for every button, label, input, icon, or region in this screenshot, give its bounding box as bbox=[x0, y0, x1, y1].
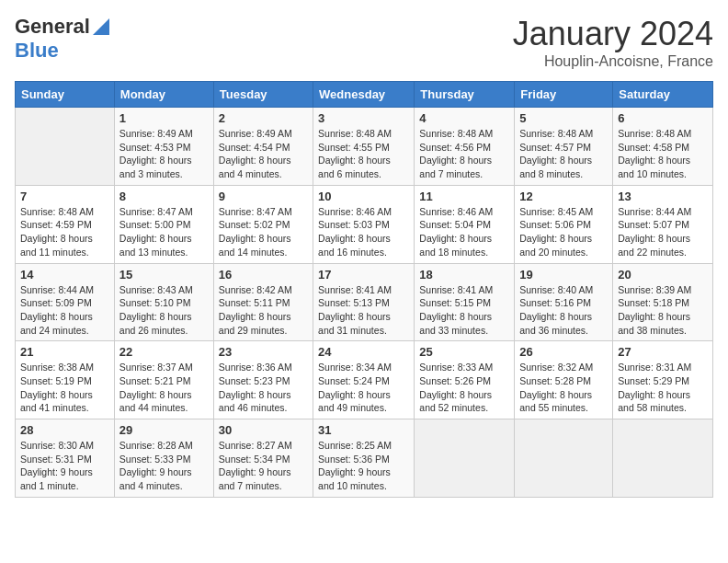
day-info: Sunrise: 8:46 AM Sunset: 5:03 PM Dayligh… bbox=[318, 205, 409, 259]
calendar-cell bbox=[16, 108, 115, 186]
day-info: Sunrise: 8:37 AM Sunset: 5:21 PM Dayligh… bbox=[119, 361, 209, 415]
calendar-cell: 26Sunrise: 8:32 AM Sunset: 5:28 PM Dayli… bbox=[515, 341, 613, 419]
svg-marker-0 bbox=[93, 18, 109, 35]
calendar-cell: 30Sunrise: 8:27 AM Sunset: 5:34 PM Dayli… bbox=[213, 419, 313, 498]
calendar-cell: 29Sunrise: 8:28 AM Sunset: 5:33 PM Dayli… bbox=[114, 419, 213, 498]
day-info: Sunrise: 8:49 AM Sunset: 4:54 PM Dayligh… bbox=[219, 127, 308, 181]
day-number: 19 bbox=[519, 268, 608, 282]
calendar-cell: 28Sunrise: 8:30 AM Sunset: 5:31 PM Dayli… bbox=[16, 419, 115, 498]
day-info: Sunrise: 8:48 AM Sunset: 4:55 PM Dayligh… bbox=[318, 127, 409, 181]
day-info: Sunrise: 8:32 AM Sunset: 5:28 PM Dayligh… bbox=[519, 361, 608, 415]
day-header-monday: Monday bbox=[114, 82, 213, 108]
day-number: 1 bbox=[119, 111, 209, 125]
day-header-wednesday: Wednesday bbox=[313, 82, 415, 108]
calendar-cell: 16Sunrise: 8:42 AM Sunset: 5:11 PM Dayli… bbox=[213, 263, 313, 341]
calendar-cell: 24Sunrise: 8:34 AM Sunset: 5:24 PM Dayli… bbox=[313, 341, 415, 419]
day-number: 11 bbox=[419, 190, 509, 203]
day-number: 29 bbox=[119, 423, 209, 437]
day-number: 26 bbox=[519, 345, 608, 359]
calendar-cell: 15Sunrise: 8:43 AM Sunset: 5:10 PM Dayli… bbox=[114, 263, 213, 341]
day-info: Sunrise: 8:30 AM Sunset: 5:31 PM Dayligh… bbox=[20, 439, 109, 493]
day-info: Sunrise: 8:45 AM Sunset: 5:06 PM Dayligh… bbox=[519, 205, 608, 259]
header-row: SundayMondayTuesdayWednesdayThursdayFrid… bbox=[16, 82, 713, 108]
day-header-sunday: Sunday bbox=[16, 82, 115, 108]
day-info: Sunrise: 8:25 AM Sunset: 5:36 PM Dayligh… bbox=[318, 439, 409, 493]
day-info: Sunrise: 8:48 AM Sunset: 4:57 PM Dayligh… bbox=[519, 127, 608, 181]
day-info: Sunrise: 8:28 AM Sunset: 5:33 PM Dayligh… bbox=[119, 439, 209, 493]
day-info: Sunrise: 8:44 AM Sunset: 5:09 PM Dayligh… bbox=[20, 283, 109, 338]
day-number: 27 bbox=[618, 345, 708, 359]
calendar-cell bbox=[613, 419, 713, 498]
logo-general-text: General bbox=[15, 15, 90, 39]
calendar-cell: 2Sunrise: 8:49 AM Sunset: 4:54 PM Daylig… bbox=[213, 108, 313, 186]
calendar-header: SundayMondayTuesdayWednesdayThursdayFrid… bbox=[16, 82, 713, 108]
day-info: Sunrise: 8:39 AM Sunset: 5:18 PM Dayligh… bbox=[618, 283, 708, 338]
calendar-cell: 7Sunrise: 8:48 AM Sunset: 4:59 PM Daylig… bbox=[16, 185, 115, 263]
day-info: Sunrise: 8:47 AM Sunset: 5:02 PM Dayligh… bbox=[219, 205, 308, 259]
logo-arrow-icon bbox=[93, 18, 109, 39]
day-info: Sunrise: 8:42 AM Sunset: 5:11 PM Dayligh… bbox=[219, 283, 308, 338]
day-header-thursday: Thursday bbox=[415, 82, 515, 108]
day-number: 10 bbox=[318, 190, 409, 203]
title-block: January 2024 Houplin-Ancoisne, France bbox=[513, 15, 713, 70]
day-info: Sunrise: 8:44 AM Sunset: 5:07 PM Dayligh… bbox=[618, 205, 708, 259]
calendar-cell bbox=[415, 419, 515, 498]
day-info: Sunrise: 8:31 AM Sunset: 5:29 PM Dayligh… bbox=[618, 361, 708, 415]
calendar-cell: 5Sunrise: 8:48 AM Sunset: 4:57 PM Daylig… bbox=[515, 108, 613, 186]
day-number: 8 bbox=[119, 190, 209, 203]
day-number: 12 bbox=[519, 190, 608, 203]
logo-blue-text: Blue bbox=[15, 39, 59, 62]
day-number: 23 bbox=[219, 345, 308, 359]
day-info: Sunrise: 8:38 AM Sunset: 5:19 PM Dayligh… bbox=[20, 361, 109, 415]
calendar-cell: 20Sunrise: 8:39 AM Sunset: 5:18 PM Dayli… bbox=[613, 263, 713, 341]
week-row-3: 14Sunrise: 8:44 AM Sunset: 5:09 PM Dayli… bbox=[16, 263, 713, 341]
day-number: 17 bbox=[318, 268, 409, 282]
day-number: 25 bbox=[419, 345, 509, 359]
day-info: Sunrise: 8:36 AM Sunset: 5:23 PM Dayligh… bbox=[219, 361, 308, 415]
calendar-cell: 17Sunrise: 8:41 AM Sunset: 5:13 PM Dayli… bbox=[313, 263, 415, 341]
week-row-1: 1Sunrise: 8:49 AM Sunset: 4:53 PM Daylig… bbox=[16, 108, 713, 186]
calendar-cell bbox=[515, 419, 613, 498]
calendar-cell: 10Sunrise: 8:46 AM Sunset: 5:03 PM Dayli… bbox=[313, 185, 415, 263]
day-info: Sunrise: 8:33 AM Sunset: 5:26 PM Dayligh… bbox=[419, 361, 509, 415]
day-number: 5 bbox=[519, 111, 608, 125]
day-number: 21 bbox=[20, 345, 109, 359]
day-info: Sunrise: 8:34 AM Sunset: 5:24 PM Dayligh… bbox=[318, 361, 409, 415]
calendar-cell: 23Sunrise: 8:36 AM Sunset: 5:23 PM Dayli… bbox=[213, 341, 313, 419]
logo: General Blue bbox=[15, 15, 109, 63]
day-number: 3 bbox=[318, 111, 409, 125]
day-header-tuesday: Tuesday bbox=[213, 82, 313, 108]
day-number: 6 bbox=[618, 111, 708, 125]
day-number: 7 bbox=[20, 190, 109, 203]
calendar-cell: 31Sunrise: 8:25 AM Sunset: 5:36 PM Dayli… bbox=[313, 419, 415, 498]
calendar-cell: 8Sunrise: 8:47 AM Sunset: 5:00 PM Daylig… bbox=[114, 185, 213, 263]
day-number: 4 bbox=[419, 111, 509, 125]
calendar-cell: 19Sunrise: 8:40 AM Sunset: 5:16 PM Dayli… bbox=[515, 263, 613, 341]
day-number: 16 bbox=[219, 268, 308, 282]
day-number: 31 bbox=[318, 423, 409, 437]
calendar-cell: 14Sunrise: 8:44 AM Sunset: 5:09 PM Dayli… bbox=[16, 263, 115, 341]
calendar-cell: 3Sunrise: 8:48 AM Sunset: 4:55 PM Daylig… bbox=[313, 108, 415, 186]
day-number: 15 bbox=[119, 268, 209, 282]
day-info: Sunrise: 8:41 AM Sunset: 5:15 PM Dayligh… bbox=[419, 283, 509, 338]
calendar-body: 1Sunrise: 8:49 AM Sunset: 4:53 PM Daylig… bbox=[16, 108, 713, 498]
calendar-cell: 6Sunrise: 8:48 AM Sunset: 4:58 PM Daylig… bbox=[613, 108, 713, 186]
day-info: Sunrise: 8:48 AM Sunset: 4:56 PM Dayligh… bbox=[419, 127, 509, 181]
day-header-friday: Friday bbox=[515, 82, 613, 108]
day-number: 9 bbox=[219, 190, 308, 203]
day-info: Sunrise: 8:48 AM Sunset: 4:59 PM Dayligh… bbox=[20, 205, 109, 259]
calendar-cell: 18Sunrise: 8:41 AM Sunset: 5:15 PM Dayli… bbox=[415, 263, 515, 341]
day-number: 2 bbox=[219, 111, 308, 125]
location: Houplin-Ancoisne, France bbox=[513, 53, 713, 70]
day-info: Sunrise: 8:48 AM Sunset: 4:58 PM Dayligh… bbox=[618, 127, 708, 181]
day-info: Sunrise: 8:49 AM Sunset: 4:53 PM Dayligh… bbox=[119, 127, 209, 181]
day-info: Sunrise: 8:43 AM Sunset: 5:10 PM Dayligh… bbox=[119, 283, 209, 338]
page-header: General Blue January 2024 Houplin-Ancois… bbox=[15, 15, 713, 70]
calendar-cell: 1Sunrise: 8:49 AM Sunset: 4:53 PM Daylig… bbox=[114, 108, 213, 186]
week-row-2: 7Sunrise: 8:48 AM Sunset: 4:59 PM Daylig… bbox=[16, 185, 713, 263]
day-info: Sunrise: 8:41 AM Sunset: 5:13 PM Dayligh… bbox=[318, 283, 409, 338]
calendar-cell: 25Sunrise: 8:33 AM Sunset: 5:26 PM Dayli… bbox=[415, 341, 515, 419]
day-number: 18 bbox=[419, 268, 509, 282]
day-number: 28 bbox=[20, 423, 109, 437]
calendar-cell: 13Sunrise: 8:44 AM Sunset: 5:07 PM Dayli… bbox=[613, 185, 713, 263]
